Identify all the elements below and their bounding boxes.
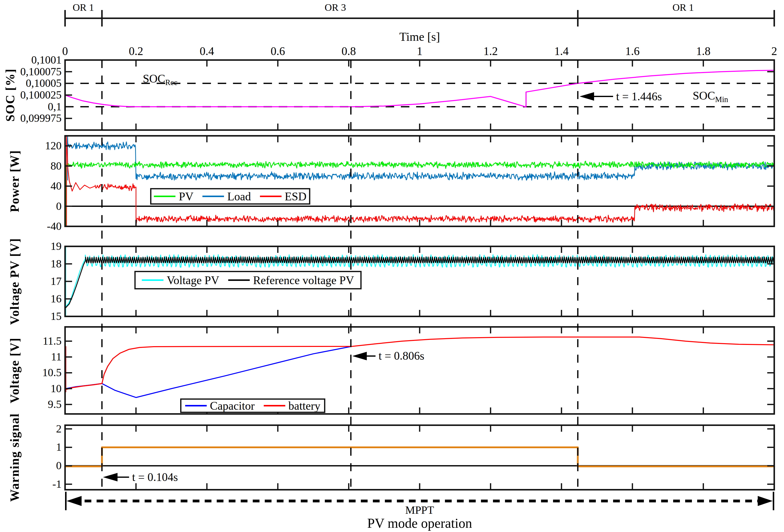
x-tick-label: 0.8 [342, 46, 356, 57]
y-axis-label: Power [W] [8, 150, 21, 212]
annotation: t = 0.104s [132, 471, 178, 483]
annotation: t = 1.446s [616, 91, 662, 102]
y-tick-label: 2 [56, 423, 61, 435]
y-axis-label: Voltage [V] [8, 337, 21, 403]
annotation-base: SOC [143, 72, 165, 85]
x-tick-label: 1.2 [483, 46, 498, 57]
region-label-or1-left: OR 1 [73, 2, 94, 12]
annotation: t = 0.806s [379, 350, 424, 362]
y-tick-label: 0 [56, 460, 61, 471]
y-tick-label: 10.5 [42, 367, 61, 378]
annotation-base: SOC [693, 90, 715, 102]
y-axis-label: Voltage PV [V] [8, 238, 21, 325]
region-label-or1-right: OR 1 [672, 2, 694, 12]
y-tick-label: 11 [51, 351, 61, 362]
y-tick-label: 10 [51, 383, 61, 394]
x-tick-label: 2 [772, 46, 777, 57]
x-tick-label: 0.2 [129, 46, 143, 57]
y-tick-label: 0,1001 [31, 55, 61, 65]
legend-line-swatch [185, 405, 207, 407]
legend-item: Load [202, 190, 251, 203]
y-tick-label: 19 [51, 241, 61, 252]
legend-label: Load [227, 190, 251, 203]
legend-item: Voltage PV [142, 274, 219, 287]
x-tick-label: 0 [62, 46, 68, 57]
y-tick-label: -40 [47, 221, 61, 232]
legend-label: Capacitor [210, 399, 255, 412]
y-tick-label: 18 [51, 258, 61, 269]
annotation-subscript: Min [715, 95, 728, 104]
x-tick-label: 0.6 [271, 46, 285, 57]
annotation-subscript: Rec [165, 78, 177, 87]
legend: PVLoadESD [150, 188, 310, 205]
legend-label: battery [288, 399, 320, 412]
legend-label: PV [179, 190, 193, 203]
legend-item: Reference voltage PV [228, 274, 354, 287]
legend-item: battery [264, 399, 320, 412]
region-label-or3: OR 3 [325, 2, 346, 12]
legend: Voltage PVReference voltage PV [134, 271, 362, 289]
legend-item: Capacitor [185, 399, 255, 412]
y-tick-label: 1 [56, 442, 61, 453]
legend-line-swatch [228, 279, 250, 281]
y-tick-label: 40 [51, 181, 61, 191]
annotation-sub: SOCRec [143, 73, 177, 87]
legend: Capacitorbattery [180, 398, 325, 413]
y-tick-label: 80 [51, 160, 61, 172]
time-axis-label: Time [s] [399, 31, 440, 43]
x-tick-label: 1.6 [625, 46, 640, 57]
plot-canvas [0, 0, 784, 532]
y-tick-label: 16 [51, 293, 61, 304]
y-tick-label: 0,1 [48, 101, 61, 112]
legend-line-swatch [202, 196, 224, 197]
legend-label: Reference voltage PV [253, 274, 354, 287]
x-tick-label: 0.4 [200, 46, 214, 57]
y-tick-label: 9.5 [48, 399, 61, 410]
y-tick-label: 120 [45, 140, 61, 151]
y-tick-label: 15 [51, 311, 61, 322]
y-tick-label: 0 [56, 201, 61, 212]
x-tick-label: 1.4 [554, 46, 569, 57]
legend-line-swatch [260, 196, 282, 197]
x-tick-label: 1.8 [696, 46, 711, 57]
legend-label: Voltage PV [167, 274, 219, 287]
y-tick-label: 0,100025 [20, 90, 61, 100]
y-tick-label: 11.5 [43, 336, 61, 347]
y-tick-label: 0,099975 [20, 113, 61, 124]
legend-line-swatch [154, 196, 175, 197]
y-tick-label: 0,10005 [26, 78, 61, 89]
legend-item: ESD [260, 190, 307, 203]
annotation-sub: SOCMin [693, 90, 728, 104]
y-tick-label: 0,100075 [20, 66, 61, 77]
y-tick-label: 17 [51, 276, 61, 287]
y-tick-label: -1 [52, 479, 61, 490]
y-axis-label: SOC [%] [4, 68, 16, 122]
legend-line-swatch [264, 405, 285, 407]
legend-item: PV [154, 190, 193, 203]
figure-title: PV mode operation [367, 516, 472, 530]
x-tick-label: 1 [417, 46, 423, 57]
mppt-label: MPPT [405, 505, 434, 516]
legend-line-swatch [142, 279, 163, 281]
legend-label: ESD [285, 190, 307, 203]
figure: OR 1 OR 3 OR 1 Time [s] MPPT PV mode ope… [0, 0, 784, 532]
y-axis-label: Warning signal [8, 413, 21, 502]
